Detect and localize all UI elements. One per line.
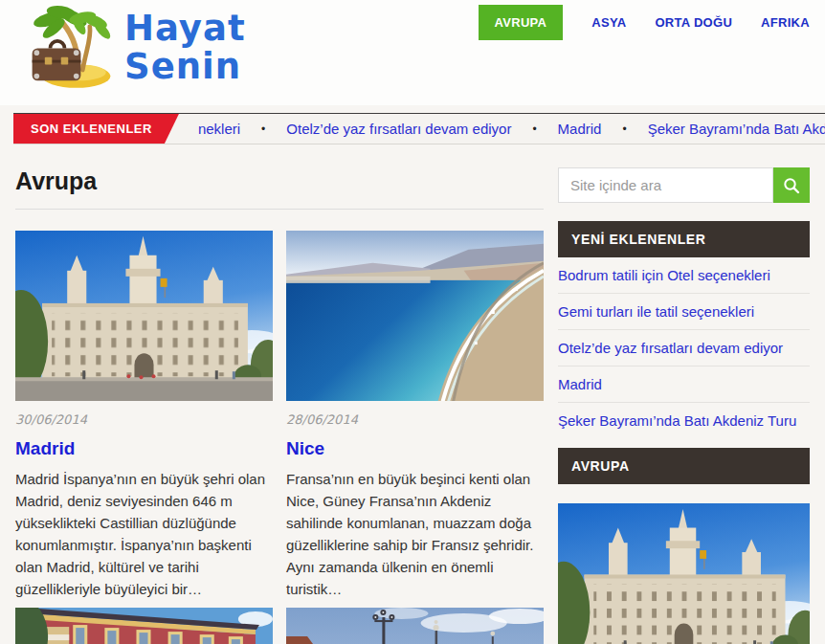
article-excerpt: Fransa’nın en büyük beşinci kenti olan N… bbox=[286, 468, 544, 600]
massena-square-photo[interactable] bbox=[286, 608, 544, 644]
article-list-row-2 bbox=[15, 608, 544, 644]
ticker-link[interactable]: Şeker Bayramı’nda Batı Akdeniz Turu bbox=[648, 121, 825, 137]
main-nav: AVRUPA ASYA ORTA DOĞU AFRIKA bbox=[479, 5, 811, 40]
site-logo[interactable]: Hayat Senin bbox=[27, 4, 246, 92]
widget-title-avrupa: AVRUPA bbox=[558, 448, 810, 484]
sidebar-link-otelz[interactable]: Otelz’de yaz fırsatları devam ediyor bbox=[558, 330, 810, 366]
article-card-madrid: 30/06/2014 Madrid Madrid İspanya’nın en … bbox=[15, 231, 273, 600]
sidebar-link-bodrum[interactable]: Bodrum tatili için Otel seçenekleri bbox=[558, 257, 810, 294]
bullet-separator: • bbox=[261, 122, 265, 136]
search-button[interactable] bbox=[773, 167, 810, 203]
sidebar: YENİ EKLENENLER Bodrum tatili için Otel … bbox=[558, 167, 810, 644]
news-ticker: SON EKLENENLER nekleri • Otelz’de yaz fı… bbox=[13, 113, 825, 144]
nav-item-afrika[interactable]: AFRIKA bbox=[761, 5, 810, 40]
sidebar-avrupa-photo[interactable] bbox=[558, 503, 810, 644]
palm-suitcase-icon bbox=[27, 4, 117, 92]
sidebar-link-madrid[interactable]: Madrid bbox=[558, 366, 810, 403]
nav-item-orta-dogu[interactable]: ORTA DOĞU bbox=[655, 5, 732, 40]
search-icon bbox=[782, 176, 801, 195]
sidebar-link-gemi[interactable]: Gemi turları ile tatil seçenekleri bbox=[558, 294, 810, 330]
ticker-link[interactable]: Madrid bbox=[558, 121, 602, 137]
article-title-link[interactable]: Madrid bbox=[15, 438, 75, 458]
site-title: Hayat Senin bbox=[124, 10, 246, 86]
page-title: Avrupa bbox=[15, 167, 544, 210]
ticker-link[interactable]: nekleri bbox=[198, 121, 240, 137]
site-search bbox=[558, 167, 810, 203]
article-date: 28/06/2014 bbox=[286, 412, 544, 427]
bullet-separator: • bbox=[622, 122, 626, 136]
nice-photo[interactable] bbox=[286, 231, 544, 401]
search-input[interactable] bbox=[558, 167, 773, 203]
nav-item-avrupa[interactable]: AVRUPA bbox=[479, 5, 564, 40]
article-date: 30/06/2014 bbox=[15, 412, 273, 427]
article-list: 30/06/2014 Madrid Madrid İspanya’nın en … bbox=[15, 231, 544, 600]
nav-item-asya[interactable]: ASYA bbox=[591, 5, 626, 40]
matisse-museum-photo[interactable] bbox=[15, 608, 273, 644]
sidebar-link-seker-bayrami[interactable]: Şeker Bayramı’nda Batı Akdeniz Turu bbox=[558, 403, 810, 438]
site-header: Hayat Senin AVRUPA ASYA ORTA DOĞU AFRIKA bbox=[0, 0, 825, 105]
widget-title-recent: YENİ EKLENENLER bbox=[558, 221, 810, 257]
bullet-separator: • bbox=[532, 122, 536, 136]
ticker-link[interactable]: Otelz’de yaz fırsatları devam ediyor bbox=[286, 121, 511, 137]
madrid-photo[interactable] bbox=[15, 231, 273, 401]
ticker-label: SON EKLENENLER bbox=[13, 114, 179, 144]
recent-links: Bodrum tatili için Otel seçenekleri Gemi… bbox=[558, 257, 810, 438]
article-excerpt: Madrid İspanya’nın en büyük şehri olan M… bbox=[15, 468, 273, 600]
main-column: Avrupa 30/06/2014 Madrid Madrid İspanya’… bbox=[15, 167, 544, 644]
article-card-nice: 28/06/2014 Nice Fransa’nın en büyük beşi… bbox=[286, 231, 544, 600]
article-title-link[interactable]: Nice bbox=[286, 438, 324, 458]
ticker-items: nekleri • Otelz’de yaz fırsatları devam … bbox=[198, 114, 825, 144]
